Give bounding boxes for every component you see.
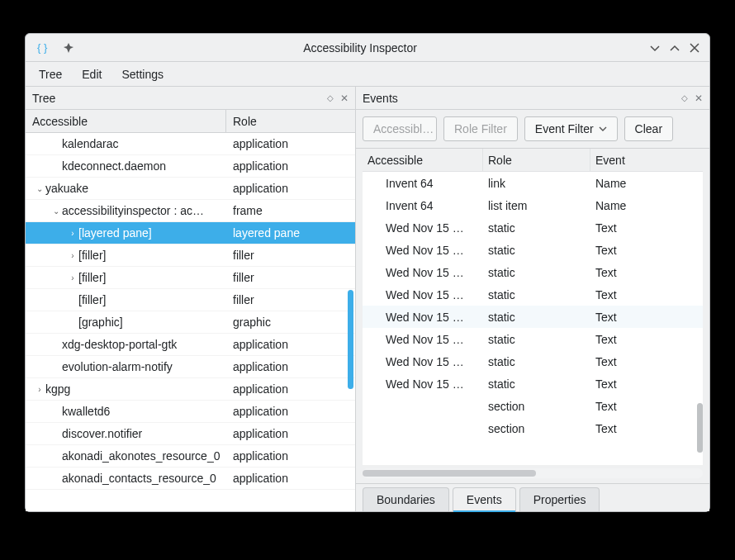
tree-row[interactable]: kdeconnect.daemonapplication xyxy=(26,155,355,178)
menubar: Tree Edit Settings xyxy=(26,62,709,87)
event-role: static xyxy=(483,333,590,346)
event-row[interactable]: Wed Nov 15 …staticText xyxy=(363,216,703,239)
event-type: Text xyxy=(590,266,703,279)
tree-row[interactable]: evolution-alarm-notifyapplication xyxy=(26,356,355,378)
event-row[interactable]: Wed Nov 15 …staticText xyxy=(363,350,703,373)
events-h-scrollbar-thumb[interactable] xyxy=(363,470,536,477)
col-ev-event[interactable]: Event xyxy=(590,149,703,171)
tree-row[interactable]: kwalletd6application xyxy=(26,401,355,423)
float-icon[interactable]: ◇ xyxy=(327,93,334,102)
expander-closed-icon[interactable]: › xyxy=(34,385,45,394)
event-row[interactable]: sectionText xyxy=(363,417,703,439)
event-row[interactable]: Invent 64list itemName xyxy=(363,194,703,216)
tree-item-role: application xyxy=(226,405,355,418)
event-filter-dropdown[interactable]: Event Filter xyxy=(524,116,618,141)
event-row[interactable]: Wed Nov 15 …staticText xyxy=(363,373,703,395)
expander-closed-icon[interactable]: › xyxy=(67,251,78,260)
window-title: Accessibility Inspector xyxy=(77,41,643,55)
tree-body[interactable]: kalendaracapplication kdeconnect.daemona… xyxy=(26,133,355,511)
content-area: Tree ◇ ✕ Accessible Role kalendaracappli… xyxy=(26,87,709,511)
menu-tree[interactable]: Tree xyxy=(31,64,70,84)
event-accessible: Wed Nov 15 … xyxy=(386,221,464,235)
tree-item-role: filler xyxy=(226,271,355,284)
events-scrollbar-thumb[interactable] xyxy=(697,403,703,453)
expander-open-icon[interactable]: ⌄ xyxy=(50,206,62,216)
float-icon[interactable]: ◇ xyxy=(681,93,688,102)
tab-properties[interactable]: Properties xyxy=(519,487,600,511)
tree-row[interactable]: › [layered pane]layered pane xyxy=(26,222,355,244)
event-row[interactable]: Wed Nov 15 …staticText xyxy=(363,261,703,283)
event-type: Text xyxy=(590,221,703,235)
tree-item-role: layered pane xyxy=(226,226,355,240)
event-row[interactable]: Wed Nov 15 …staticText xyxy=(363,283,703,306)
tree-panel-header: Tree ◇ ✕ xyxy=(26,87,355,110)
event-role: static xyxy=(483,355,590,368)
tree-scrollbar-thumb[interactable] xyxy=(348,290,353,389)
role-filter-input[interactable]: Role Filter xyxy=(443,116,518,141)
tab-boundaries[interactable]: Boundaries xyxy=(363,487,449,511)
panel-close-icon[interactable]: ✕ xyxy=(695,93,703,104)
accessible-filter-input[interactable]: Accessibl… xyxy=(363,116,437,141)
tree-item-label: kdeconnect.daemon xyxy=(62,159,166,173)
menu-settings[interactable]: Settings xyxy=(113,64,172,84)
event-row[interactable]: Invent 64linkName xyxy=(363,172,703,194)
expander-closed-icon[interactable]: › xyxy=(67,273,78,282)
pin-icon[interactable] xyxy=(60,40,77,56)
event-accessible: Wed Nov 15 … xyxy=(386,355,464,368)
expander-closed-icon[interactable]: › xyxy=(67,229,78,238)
tree-item-role: application xyxy=(226,472,355,485)
tree-item-role: application xyxy=(226,137,355,150)
tree-item-label: yakuake xyxy=(45,182,88,195)
tree-item-role: application xyxy=(226,338,355,351)
tree-item-label: [graphic] xyxy=(78,316,123,329)
bottom-tabs: Boundaries Events Properties xyxy=(356,483,709,511)
tree-row[interactable]: xdg-desktop-portal-gtkapplication xyxy=(26,334,355,356)
event-role: static xyxy=(483,377,590,391)
menu-edit[interactable]: Edit xyxy=(74,64,110,84)
tree-row[interactable]: › [filler]filler xyxy=(26,244,355,267)
tree-item-label: [layered pane] xyxy=(78,226,152,240)
expander-open-icon[interactable]: ⌄ xyxy=(34,184,45,193)
event-type: Text xyxy=(590,311,703,324)
tree-row[interactable]: ⌄ accessibilityinspector : ac…frame xyxy=(26,200,355,222)
close-button[interactable] xyxy=(686,40,703,56)
event-row[interactable]: Wed Nov 15 …staticText xyxy=(363,328,703,350)
events-h-scrollbar[interactable] xyxy=(363,468,703,478)
col-accessible[interactable]: Accessible xyxy=(26,110,226,132)
col-ev-accessible[interactable]: Accessible xyxy=(363,149,483,171)
tree-row[interactable]: › [filler]filler xyxy=(26,267,355,289)
event-row[interactable]: sectionText xyxy=(363,395,703,417)
tree-row[interactable]: akonadi_akonotes_resource_0application xyxy=(26,445,355,467)
panel-close-icon[interactable]: ✕ xyxy=(340,93,349,104)
tree-panel: Tree ◇ ✕ Accessible Role kalendaracappli… xyxy=(26,87,356,511)
tree-row[interactable]: [filler]filler xyxy=(26,289,355,311)
col-role[interactable]: Role xyxy=(226,110,355,132)
event-accessible: Wed Nov 15 … xyxy=(386,333,464,346)
tree-item-role: frame xyxy=(226,204,355,217)
event-accessible: Wed Nov 15 … xyxy=(386,311,464,324)
tab-events[interactable]: Events xyxy=(453,487,516,511)
minimize-button[interactable] xyxy=(647,40,663,56)
col-ev-role[interactable]: Role xyxy=(483,149,590,171)
events-body[interactable]: Invent 64linkNameInvent 64list itemNameW… xyxy=(363,172,703,465)
chevron-down-icon xyxy=(599,125,607,133)
event-role: section xyxy=(483,400,590,413)
tree-row[interactable]: › kgpgapplication xyxy=(26,378,355,401)
tree-row[interactable]: kalendaracapplication xyxy=(26,133,355,155)
tree-item-role: application xyxy=(226,427,355,440)
tree-item-label: kalendarac xyxy=(62,137,119,150)
events-panel-title: Events xyxy=(363,92,398,105)
tree-row[interactable]: ⌄ yakuakeapplication xyxy=(26,178,355,200)
event-role: static xyxy=(483,266,590,279)
maximize-button[interactable] xyxy=(666,40,683,56)
tree-row[interactable]: [graphic]graphic xyxy=(26,311,355,334)
events-panel-header: Events ◇ ✕ xyxy=(356,87,709,110)
events-panel: Events ◇ ✕ Accessibl… Role Filter Event … xyxy=(356,87,709,511)
event-row[interactable]: Wed Nov 15 …staticText xyxy=(363,239,703,261)
clear-button[interactable]: Clear xyxy=(624,116,673,141)
event-row[interactable]: Wed Nov 15 …staticText xyxy=(363,306,703,328)
tree-row[interactable]: akonadi_contacts_resource_0application xyxy=(26,467,355,490)
tree-row[interactable]: discover.notifierapplication xyxy=(26,423,355,445)
app-window: { } Accessibility Inspector Tree Edit Se… xyxy=(25,33,710,512)
tree-item-role: filler xyxy=(226,249,355,262)
